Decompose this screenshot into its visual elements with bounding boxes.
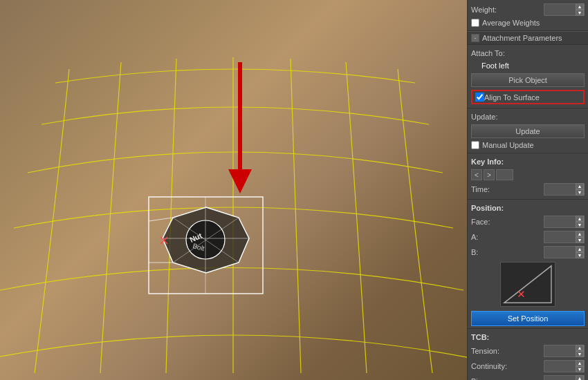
update-section: Update: Update Manual Update <box>468 108 588 153</box>
time-input[interactable]: 1 <box>544 186 576 193</box>
manual-update-label: Manual Update <box>482 141 534 149</box>
attach-to-section: Attach To: Foot left Pick Object Align T… <box>468 45 588 108</box>
face-down-btn[interactable]: ▼ <box>576 222 584 228</box>
attach-to-value: Foot left <box>478 61 509 70</box>
a-down-btn[interactable]: ▼ <box>576 237 584 243</box>
continuity-up-btn[interactable]: ▲ <box>576 360 584 366</box>
key-number-input[interactable]: 2 <box>496 169 513 180</box>
weight-input[interactable]: 0.0 <box>544 6 576 14</box>
a-up-btn[interactable]: ▲ <box>576 231 584 237</box>
key-next-btn[interactable]: > <box>484 169 495 180</box>
b-up-btn[interactable]: ▲ <box>576 246 584 252</box>
bias-input[interactable]: 25.0 <box>544 378 576 381</box>
properties-panel: Weight: 0.0 ▲ ▼ Average Weights - Attach… <box>467 0 588 380</box>
bias-up-btn[interactable]: ▲ <box>576 375 584 380</box>
align-to-surface-label: Align To Surface <box>484 93 540 102</box>
weight-label: Weight: <box>471 6 544 14</box>
attachment-params-title: Attachment Parameters <box>482 34 562 42</box>
bias-spinner[interactable]: 25.0 ▲ ▼ <box>544 375 585 380</box>
viewport-background <box>0 0 467 380</box>
tension-input[interactable]: 25.0 <box>544 348 576 355</box>
pick-object-button[interactable]: Pick Object <box>471 73 585 87</box>
attachment-params-collapse-btn[interactable]: - <box>471 34 479 42</box>
b-spinner[interactable]: 0.253 ▲ ▼ <box>544 246 585 258</box>
weight-spinner[interactable]: 0.0 ▲ ▼ <box>544 3 585 16</box>
a-spinner[interactable]: 0.579 ▲ ▼ <box>544 231 585 243</box>
face-label: Face: <box>471 218 544 226</box>
manual-update-row: Manual Update <box>471 140 585 151</box>
key-info-label: Key Info: <box>471 158 504 166</box>
a-input[interactable]: 0.579 <box>544 234 576 241</box>
tension-down-btn[interactable]: ▼ <box>576 351 584 357</box>
update-section-label: Update: <box>471 113 585 121</box>
b-down-btn[interactable]: ▼ <box>576 252 584 258</box>
time-up-btn[interactable]: ▲ <box>576 183 584 189</box>
attachment-params-header: - Attachment Parameters <box>468 31 588 45</box>
align-to-surface-checkbox[interactable] <box>475 93 484 102</box>
average-weights-label: Average Weights <box>482 19 540 27</box>
time-spinner[interactable]: 1 ▲ ▼ <box>544 183 585 196</box>
tension-label: Tension: <box>471 347 544 355</box>
weight-section: Weight: 0.0 ▲ ▼ Average Weights <box>468 0 588 31</box>
bias-label: Bias: <box>471 377 544 380</box>
key-info-section: Key Info: < > 2 Time: 1 ▲ ▼ <box>468 153 588 200</box>
face-spinner[interactable]: 250 ▲ ▼ <box>544 216 585 228</box>
continuity-input[interactable]: 25.0 <box>544 363 576 370</box>
b-input[interactable]: 0.253 <box>544 249 576 256</box>
face-up-btn[interactable]: ▲ <box>576 216 584 222</box>
time-label: Time: <box>471 185 544 193</box>
continuity-down-btn[interactable]: ▼ <box>576 366 584 372</box>
attach-to-label: Attach To: <box>471 49 585 57</box>
position-section: Position: Face: 250 ▲ ▼ A: 0.579 ▲ ▼ <box>468 200 588 329</box>
position-label: Position: <box>471 204 504 212</box>
continuity-spinner[interactable]: 25.0 ▲ ▼ <box>544 360 585 372</box>
continuity-label: Continuity: <box>471 362 544 370</box>
a-label: A: <box>471 233 544 241</box>
tension-up-btn[interactable]: ▲ <box>576 345 584 351</box>
key-nav-buttons: < > 2 <box>471 169 513 180</box>
average-weights-row: Average Weights <box>471 17 585 28</box>
time-down-btn[interactable]: ▼ <box>576 189 584 196</box>
key-prev-btn[interactable]: < <box>471 169 482 180</box>
b-label: B: <box>471 248 544 256</box>
tension-spinner[interactable]: 25.0 ▲ ▼ <box>544 345 585 357</box>
3d-viewport[interactable]: Nut Bolt <box>0 0 467 380</box>
face-input[interactable]: 250 <box>544 218 576 226</box>
set-position-button[interactable]: Set Position <box>471 311 585 326</box>
tcb-label: TCB: <box>471 333 489 341</box>
update-button[interactable]: Update <box>471 124 585 138</box>
tcb-section: TCB: Tension: 25.0 ▲ ▼ Continuity: 25.0 … <box>468 329 588 380</box>
weight-down-btn[interactable]: ▼ <box>576 10 584 16</box>
average-weights-checkbox[interactable] <box>471 19 479 27</box>
manual-update-checkbox[interactable] <box>471 141 479 149</box>
position-diagram <box>500 262 555 307</box>
weight-up-btn[interactable]: ▲ <box>576 3 584 10</box>
align-to-surface-container: Align To Surface <box>471 90 585 104</box>
